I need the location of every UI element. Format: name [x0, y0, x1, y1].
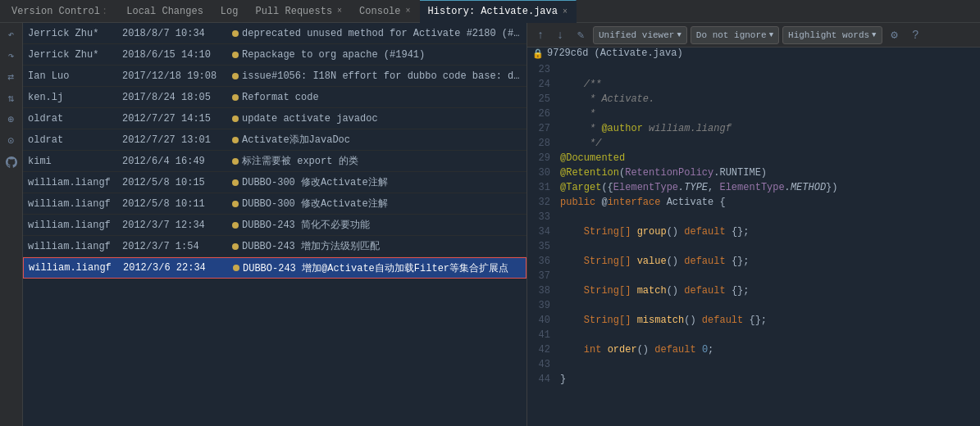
- nav-down-button[interactable]: ↓: [552, 26, 568, 44]
- file-label: 🔒 9729c6d (Activate.java): [527, 48, 980, 59]
- highlight-dropdown-icon: ▼: [872, 31, 876, 39]
- commit-author: william.liangf: [28, 177, 122, 188]
- sidebar-icon-redo[interactable]: ↷: [3, 48, 20, 64]
- commit-date: 2012/3/7 12:34: [122, 220, 229, 231]
- commit-dot-icon: [232, 222, 239, 229]
- commit-date: 2012/7/27 14:15: [122, 113, 229, 125]
- settings-button[interactable]: ⚙: [886, 26, 904, 44]
- tab-log[interactable]: Log: [212, 0, 248, 23]
- commit-author: ken.lj: [28, 92, 122, 103]
- code-content[interactable]: 2324 /**25 * Activate.26 *27 * @author w…: [527, 59, 980, 426]
- highlight-words-button[interactable]: Highlight words ▼: [782, 26, 882, 44]
- history-row[interactable]: oldrat2012/7/27 13:01Activate添加JavaDoc: [23, 129, 526, 151]
- edit-button[interactable]: ✎: [572, 26, 590, 44]
- commit-author: oldrat: [28, 113, 122, 125]
- line-number: 41: [527, 328, 557, 342]
- code-line: 34 String[] group() default {};: [527, 224, 980, 239]
- ignore-button[interactable]: Do not ignore ▼: [691, 26, 779, 44]
- history-row[interactable]: Jerrick Zhu*2018/6/15 14:10Repackage to …: [23, 44, 526, 66]
- commit-dot-col: [229, 179, 242, 186]
- history-row[interactable]: william.liangf2012/3/7 12:34DUBBO-243 简化…: [23, 215, 526, 236]
- code-line: 29@Documented: [527, 151, 980, 165]
- history-row[interactable]: Jerrick Zhu*2018/8/7 10:34deprecated unu…: [23, 23, 526, 44]
- close-pull-requests[interactable]: ×: [337, 7, 342, 16]
- code-line: 35: [527, 239, 980, 254]
- history-table[interactable]: Jerrick Zhu*2018/8/7 10:34deprecated unu…: [23, 23, 526, 426]
- close-history[interactable]: ×: [563, 7, 567, 16]
- unified-viewer-button[interactable]: Unified viewer ▼: [593, 26, 687, 44]
- history-row[interactable]: oldrat2012/7/27 14:15update activate jav…: [23, 108, 526, 129]
- commit-message: DUBBO-300 修改Activate注解: [242, 197, 522, 211]
- line-number: 39: [527, 298, 557, 313]
- line-code: String[] mismatch() default {};: [557, 313, 980, 328]
- line-number: 32: [527, 195, 557, 210]
- history-row[interactable]: william.liangf2012/5/8 10:11DUBBO-300 修改…: [23, 193, 526, 215]
- code-line: 30@Retention(RetentionPolicy.RUNTIME): [527, 165, 980, 180]
- commit-message: DUBBO-243 增加方法级别匹配: [242, 239, 522, 253]
- line-number: 36: [527, 254, 557, 269]
- history-row[interactable]: Ian Luo2017/12/18 19:08issue#1056: I18N …: [23, 66, 526, 87]
- commit-date: 2018/8/7 10:34: [122, 28, 229, 39]
- history-row[interactable]: ken.lj2017/8/24 18:05Reformat code: [23, 87, 526, 108]
- commit-message: deprecated unused method for Activate #2…: [242, 28, 522, 39]
- code-panel: ↑ ↓ ✎ Unified viewer ▼ Do not ignore ▼ H…: [527, 23, 980, 426]
- sidebar-icon-undo[interactable]: ↶: [3, 26, 20, 43]
- line-code: int order() default 0;: [557, 342, 980, 357]
- line-code: */: [557, 136, 980, 151]
- line-code: /**: [557, 77, 980, 92]
- commit-dot-icon: [232, 179, 239, 186]
- commit-date: 2012/3/7 1:54: [122, 241, 229, 252]
- commit-message: issue#1056: I18N effort for dubbo code b…: [242, 70, 522, 82]
- close-console[interactable]: ×: [406, 7, 411, 16]
- code-line: 40 String[] mismatch() default {};: [527, 313, 980, 328]
- code-line: 41: [527, 328, 980, 342]
- commit-dot-icon: [232, 137, 239, 143]
- code-line: 26 *: [527, 106, 980, 121]
- commit-author: oldrat: [28, 134, 122, 146]
- line-code: String[] match() default {};: [557, 283, 980, 298]
- line-number: 23: [527, 62, 557, 77]
- line-number: 44: [527, 372, 557, 387]
- tab-version-control[interactable]: Version Control :: [3, 0, 118, 23]
- commit-message: DUBBO-243 增加@Activate自动加载Filter等集合扩展点: [243, 261, 521, 275]
- nav-up-button[interactable]: ↑: [532, 26, 549, 44]
- sidebar-icon-view[interactable]: ⊙: [3, 133, 20, 149]
- history-row[interactable]: william.liangf2012/3/7 1:54DUBBO-243 增加方…: [23, 236, 526, 257]
- sidebar-icon-add[interactable]: ⊕: [3, 111, 20, 128]
- help-button[interactable]: ?: [907, 26, 925, 44]
- history-row[interactable]: william.liangf2012/3/6 22:34DUBBO-243 增加…: [23, 257, 526, 279]
- tab-pull-requests[interactable]: Pull Requests ×: [247, 0, 351, 23]
- commit-date: 2012/5/8 10:11: [122, 198, 229, 210]
- commit-dot-col: [229, 52, 242, 58]
- commit-date: 2012/6/4 16:49: [122, 156, 229, 167]
- tab-history[interactable]: History: Activate.java ×: [420, 0, 577, 23]
- commit-dot-col: [229, 222, 242, 229]
- commit-author: william.liangf: [28, 241, 122, 252]
- sidebar-icon-sync[interactable]: ⇄: [3, 69, 20, 85]
- sidebar-icon-github[interactable]: [3, 154, 20, 170]
- tab-bar: Version Control : Local Changes Log Pull…: [0, 0, 980, 23]
- commit-dot-icon: [232, 52, 239, 58]
- viewer-dropdown-icon: ▼: [677, 31, 681, 39]
- tab-console[interactable]: Console ×: [351, 0, 419, 23]
- commit-dot-icon: [232, 158, 239, 165]
- line-code: @Target({ElementType.TYPE, ElementType.M…: [557, 180, 980, 195]
- code-line: 32public @interface Activate {: [527, 195, 980, 210]
- sidebar-icon-sort[interactable]: ⇅: [3, 90, 20, 106]
- line-code: @Retention(RetentionPolicy.RUNTIME): [557, 165, 980, 180]
- commit-author: kimi: [28, 156, 122, 167]
- code-line: 37: [527, 269, 980, 283]
- tab-local-changes[interactable]: Local Changes: [118, 0, 212, 23]
- commit-message: update activate javadoc: [242, 113, 522, 125]
- line-number: 30: [527, 165, 557, 180]
- history-row[interactable]: kimi2012/6/4 16:49标注需要被 export 的类: [23, 151, 526, 172]
- line-code: String[] group() default {};: [557, 224, 980, 239]
- history-row[interactable]: william.liangf2012/5/8 10:15DUBBO-300 修改…: [23, 172, 526, 193]
- line-number: 34: [527, 224, 557, 239]
- line-number: 40: [527, 313, 557, 328]
- commit-author: Jerrick Zhu*: [28, 28, 122, 39]
- commit-dot-icon: [232, 94, 239, 101]
- line-code: *: [557, 106, 980, 121]
- line-number: 26: [527, 106, 557, 121]
- commit-author: william.liangf: [29, 262, 123, 274]
